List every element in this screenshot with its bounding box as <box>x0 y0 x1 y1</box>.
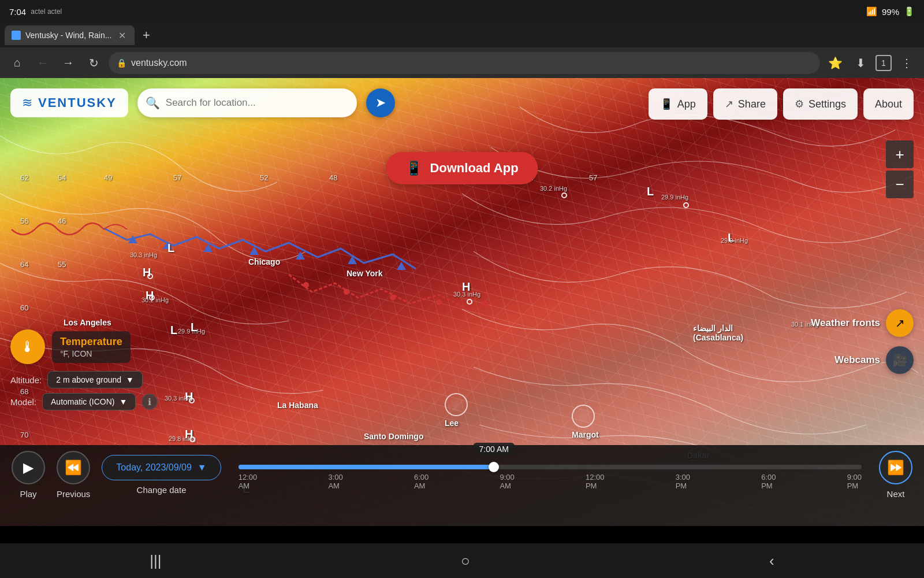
back-button[interactable]: ← <box>32 53 53 73</box>
weather-fronts-label: Weather fronts <box>811 317 880 329</box>
temp-name: Temperature <box>60 336 122 348</box>
bottom-controls: ▶ Play ⏪ Previous Today, 2023/09/09 ▼ Ch… <box>0 445 924 526</box>
next-button[interactable]: ⏩ <box>879 451 912 484</box>
temperature-panel: 🌡 Temperature °F, ICON Altitude: 2 m abo… <box>10 329 158 410</box>
time-display: 7:04 <box>9 7 26 17</box>
search-input[interactable] <box>166 97 349 109</box>
previous-button[interactable]: ⏪ <box>57 451 90 484</box>
time-labels: 12:00AM 3:00AM 6:00AM 9:00AM 12:00PM 3:0… <box>239 473 862 490</box>
time-label-3pm: 3:00PM <box>676 473 690 490</box>
status-right: 📶 99% 🔋 <box>866 6 915 17</box>
download-button[interactable]: ⬇ <box>850 53 871 73</box>
chevron-down-icon: ▼ <box>126 375 134 384</box>
temperature-icon[interactable]: 🌡 <box>10 329 45 364</box>
zoom-in-button[interactable]: + <box>886 140 914 168</box>
model-chevron-icon: ▼ <box>120 397 128 406</box>
address-bar[interactable]: 🔒 ventusky.com <box>109 52 820 74</box>
gear-icon: ⚙ <box>795 98 804 110</box>
forward-button[interactable]: → <box>58 53 79 73</box>
address-text: ventusky.com <box>131 58 187 68</box>
app-button[interactable]: 📱 App <box>649 88 707 120</box>
change-date-label: Change date <box>137 485 187 495</box>
share-button[interactable]: ↗ Share <box>713 88 777 120</box>
model-label: Model: <box>10 397 36 407</box>
time-label-3am: 3:00AM <box>328 473 342 490</box>
more-options-button[interactable]: ⋮ <box>896 53 917 73</box>
wifi-icon: 📶 <box>866 6 877 17</box>
download-app-button[interactable]: 📱 Download App <box>386 152 538 184</box>
tab-title: Ventusky - Wind, Rain... <box>25 31 111 40</box>
browser-bar: Ventusky - Wind, Rain... ✕ + ⌂ ← → ↻ 🔒 v… <box>0 23 924 78</box>
status-left: 7:04 actel actel <box>9 7 62 17</box>
time-label-6am: 6:00AM <box>414 473 429 490</box>
info-button[interactable]: ℹ <box>141 394 158 410</box>
bottom-nav-bar: ||| ○ ‹ <box>0 543 924 578</box>
about-button[interactable]: About <box>863 88 914 120</box>
webcams-toggle[interactable]: 🎥 <box>886 346 914 374</box>
model-row: Model: Automatic (ICON) ▼ ℹ <box>10 393 158 410</box>
altitude-row: Altitude: 2 m above ground ▼ <box>10 371 158 388</box>
tab-bar: Ventusky - Wind, Rain... ✕ + <box>0 23 924 47</box>
timeline-track[interactable] <box>239 465 862 469</box>
home-nav-button[interactable]: ⌂ <box>7 53 28 73</box>
carrier-text: actel actel <box>31 8 62 16</box>
tab-close-button[interactable]: ✕ <box>116 29 128 41</box>
battery-icon: 🔋 <box>904 6 915 17</box>
signal-strength: 99% <box>882 7 899 17</box>
temp-widget: 🌡 Temperature °F, ICON <box>10 329 158 364</box>
logo-box: ≋ VENTUSKY <box>10 88 128 117</box>
status-bar: 7:04 actel actel 📶 99% 🔋 <box>0 0 924 23</box>
logo-icon: ≋ <box>22 95 32 110</box>
zoom-out-button[interactable]: − <box>886 171 914 198</box>
settings-button[interactable]: ⚙ Settings <box>783 88 858 120</box>
altitude-label: Altitude: <box>10 375 42 385</box>
bookmark-button[interactable]: ⭐ <box>825 53 845 73</box>
nav-back-button[interactable]: ‹ <box>752 546 792 576</box>
time-label-12am: 12:00AM <box>239 473 258 490</box>
tab-count-button[interactable]: 1 <box>875 55 892 71</box>
temp-unit: °F, ICON <box>60 349 122 358</box>
webcams-section: Webcams 🎥 <box>834 346 914 374</box>
timeline-thumb[interactable] <box>489 462 499 472</box>
weather-fronts-toggle[interactable]: ↗ <box>886 309 914 337</box>
share-icon: ↗ <box>725 98 733 110</box>
altitude-selector[interactable]: 2 m above ground ▼ <box>47 371 143 388</box>
date-chevron-icon: ▼ <box>198 462 207 473</box>
nav-menu-button[interactable]: ||| <box>132 546 178 576</box>
phone-download-icon: 📱 <box>405 160 423 176</box>
tab-favicon <box>12 31 21 40</box>
map-area[interactable]: ≋ VENTUSKY 🔍 ➤ 📱 App ↗ Share ⚙ Settings … <box>0 78 924 526</box>
time-indicator: 7:00 AM <box>474 443 515 455</box>
weather-fronts-section: Weather fronts ↗ <box>811 309 914 337</box>
lock-icon: 🔒 <box>117 58 126 68</box>
time-label-9am: 9:00AM <box>500 473 514 490</box>
zoom-controls: + − <box>886 140 914 201</box>
time-label-6pm: 6:00PM <box>761 473 776 490</box>
nav-home-button[interactable]: ○ <box>444 546 487 576</box>
previous-label: Previous <box>57 489 90 499</box>
nav-bar: ⌂ ← → ↻ 🔒 ventusky.com ⭐ ⬇ 1 ⋮ <box>0 47 924 78</box>
search-box[interactable]: 🔍 <box>137 88 357 117</box>
webcams-label: Webcams <box>834 354 880 366</box>
time-label-12pm: 12:00PM <box>586 473 605 490</box>
date-selector[interactable]: Today, 2023/09/09 ▼ <box>102 455 221 480</box>
phone-icon: 📱 <box>660 98 673 110</box>
time-label-9pm: 9:00PM <box>847 473 862 490</box>
browser-tab[interactable]: Ventusky - Wind, Rain... ✕ <box>5 25 135 45</box>
play-button[interactable]: ▶ <box>12 451 45 484</box>
location-button[interactable]: ➤ <box>366 88 395 117</box>
play-label: Play <box>20 489 36 499</box>
logo-text: VENTUSKY <box>38 95 117 110</box>
new-tab-button[interactable]: + <box>137 26 155 45</box>
temp-info: Temperature °F, ICON <box>52 331 131 363</box>
search-icon: 🔍 <box>146 96 160 110</box>
ventusky-header: ≋ VENTUSKY 🔍 ➤ <box>10 88 395 117</box>
next-label: Next <box>887 489 905 499</box>
refresh-button[interactable]: ↻ <box>83 53 104 73</box>
top-right-buttons: 📱 App ↗ Share ⚙ Settings About <box>649 88 914 120</box>
timeline-area[interactable]: 7:00 AM 12:00AM 3:00AM 6:00AM 9:00AM 12:… <box>233 460 867 490</box>
model-selector[interactable]: Automatic (ICON) ▼ <box>42 393 136 410</box>
timeline-progress <box>239 465 494 469</box>
